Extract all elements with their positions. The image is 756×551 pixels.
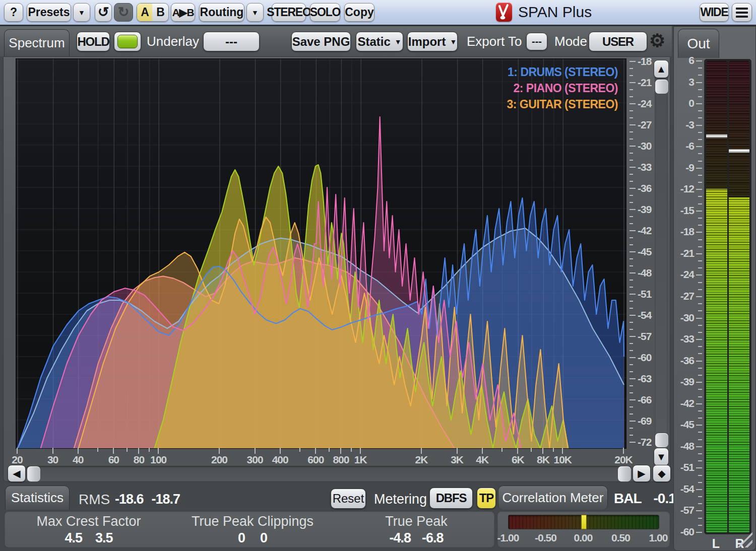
vertical-scrollbar: ▲ ▼: [654, 60, 669, 463]
statistics-panel: Statistics RMS -18.6 -18.7 Reset Meterin…: [3, 483, 495, 550]
chevron-down-icon: ▼: [450, 38, 457, 46]
scroll-down-button[interactable]: ▼: [654, 448, 669, 466]
out-meter-bar-right: [729, 61, 750, 532]
true-peak-clippings-label: True Peak Clippings: [182, 514, 323, 529]
horizontal-scroll-thumb-left[interactable]: [27, 466, 41, 482]
hold-button[interactable]: HOLD: [77, 32, 110, 51]
balance-readout: BAL -0.1: [614, 491, 676, 507]
db-scale: -18-21-24-27-30-33-36-39-42-45-48-51-54-…: [626, 58, 656, 449]
settings-gear-icon[interactable]: ⚙: [649, 30, 665, 51]
correlation-panel: Correlation Meter BAL -0.1 -1.00-0.500.0…: [497, 483, 670, 550]
rms-left-value: -18.6: [115, 492, 144, 507]
menu-icon: [736, 8, 748, 18]
correlation-scale-label: -1.00: [493, 532, 523, 544]
wide-button[interactable]: WIDE: [700, 3, 729, 22]
output-meter-scale: 630-3-6-9-12-15-18-21-24-27-30-33-36-39-…: [675, 27, 704, 550]
correlation-scale: -1.00-0.500.000.501.00: [508, 530, 658, 544]
rms-label: RMS: [79, 492, 110, 508]
correlation-marker: [581, 515, 587, 529]
max-crest-factor-group: Max Crest Factor 4.5 3.5: [18, 514, 159, 546]
peak-marker-right: [729, 149, 750, 153]
presets-dropdown-button[interactable]: ▼: [73, 3, 90, 22]
rms-values: -18.6 -18.7: [115, 492, 180, 507]
out-meter-bar-left: [706, 61, 727, 532]
spectrum-display[interactable]: 1: DRUMS (STEREO)2: PIANO (STEREO)3: GUI…: [16, 58, 626, 449]
chevron-down-icon: ▼: [251, 9, 259, 17]
channel-label-l: L: [704, 536, 728, 551]
tab-statistics[interactable]: Statistics: [5, 486, 70, 510]
arrow-left-icon: ◀: [13, 467, 20, 479]
mcf-left-value: 4.5: [65, 530, 82, 546]
routing-button[interactable]: Routing: [199, 3, 244, 22]
scroll-left-button[interactable]: ◀: [8, 465, 26, 482]
presets-button[interactable]: Presets: [27, 3, 71, 22]
spectrum-panel: 1: DRUMS (STEREO)2: PIANO (STEREO)3: GUI…: [3, 56, 670, 482]
mcf-right-value: 3.5: [95, 530, 113, 546]
horizontal-scrollbar: ◀ ▶ ◆: [6, 465, 672, 483]
bal-value: -0.1: [654, 491, 676, 507]
scroll-up-button[interactable]: ▲: [654, 60, 669, 78]
a-to-b-button[interactable]: A▶B: [171, 3, 195, 22]
static-dropdown-button[interactable]: Static▼: [356, 32, 403, 51]
chevron-down-icon: ▼: [78, 9, 85, 17]
spectrum-legend: 1: DRUMS (STEREO)2: PIANO (STEREO)3: GUI…: [507, 64, 618, 112]
scroll-right-button[interactable]: ▶: [633, 465, 651, 482]
spectrum-plot: [16, 59, 626, 448]
legend-item: 1: DRUMS (STEREO): [507, 64, 618, 80]
output-meter-panel: Out 630-3-6-9-12-15-18-21-24-27-30-33-36…: [673, 26, 756, 551]
redo-button[interactable]: ↻: [114, 3, 133, 22]
correlation-scale-label: 0.50: [606, 532, 636, 544]
reset-button[interactable]: Reset: [331, 489, 366, 509]
menu-button[interactable]: [732, 3, 752, 22]
tp-right-value: -6.8: [422, 530, 444, 546]
save-png-button[interactable]: Save PNG: [291, 32, 351, 51]
horizontal-scroll-thumb-right[interactable]: [617, 466, 632, 482]
metering-dbfs-button[interactable]: DBFS: [429, 488, 473, 509]
metering-label: Metering: [374, 492, 427, 507]
correlation-scale-label: -0.50: [531, 532, 561, 544]
mode-label: Mode: [554, 34, 587, 49]
app-title: SPAN Plus: [518, 4, 592, 21]
vertical-scroll-thumb-bottom[interactable]: [655, 433, 669, 448]
import-dropdown-button[interactable]: Import▼: [407, 32, 458, 51]
routing-dropdown-button[interactable]: ▼: [246, 3, 264, 22]
arrow-down-icon: ▼: [656, 451, 666, 463]
ab-switch-a[interactable]: A: [137, 4, 152, 21]
true-peak-group: True Peak -4.8 -6.8: [346, 514, 487, 546]
chevron-down-icon: ▼: [395, 38, 402, 46]
vertical-scroll-thumb-top[interactable]: [655, 79, 669, 94]
bal-label: BAL: [614, 491, 642, 507]
span-plus-window: ? Presets ▼ ↺ ↻ A B A▶B Routing ▼ STEREO…: [0, 0, 756, 551]
tpc-left-value: 0: [238, 530, 245, 546]
mode-select[interactable]: USER: [589, 32, 647, 51]
legend-item: 2: PIANO (STEREO): [507, 80, 618, 96]
titlebar: ? Presets ▼ ↺ ↻ A B A▶B Routing ▼ STEREO…: [0, 0, 756, 26]
diamond-icon: ◆: [658, 467, 665, 479]
true-peak-label: True Peak: [346, 514, 487, 529]
underlay-select[interactable]: ---: [203, 32, 260, 51]
correlation-meter-header: Correlation Meter: [498, 486, 608, 510]
scroll-fit-button[interactable]: ◆: [653, 465, 671, 482]
import-label: Import: [408, 35, 446, 49]
help-button[interactable]: ?: [4, 3, 23, 22]
correlation-scale-label: 0.00: [568, 532, 598, 544]
static-label: Static: [357, 35, 390, 49]
redo-icon: ↻: [118, 6, 130, 19]
export-to-select[interactable]: ---: [526, 33, 547, 50]
hold-led-button[interactable]: [114, 32, 141, 51]
correlation-scale-label: 1.00: [643, 532, 673, 544]
rms-right-value: -18.7: [152, 492, 180, 507]
tab-spectrum[interactable]: Spectrum: [4, 29, 70, 56]
arrow-up-icon: ▲: [656, 63, 666, 75]
ab-switch: A B: [137, 3, 169, 22]
solo-button[interactable]: SOLO: [310, 3, 340, 22]
correlation-bar: [508, 515, 659, 529]
copy-button[interactable]: Copy: [344, 3, 374, 22]
metering-tp-button[interactable]: TP: [477, 488, 496, 509]
ab-switch-b[interactable]: B: [152, 4, 168, 21]
undo-button[interactable]: ↺: [95, 3, 112, 22]
legend-item: 3: GUITAR (STEREO): [507, 96, 618, 112]
spectrum-toolbar: Spectrum HOLD Underlay --- Save PNG Stat…: [0, 26, 672, 56]
undo-icon: ↺: [98, 6, 109, 19]
stereo-button[interactable]: STEREO: [272, 3, 306, 22]
